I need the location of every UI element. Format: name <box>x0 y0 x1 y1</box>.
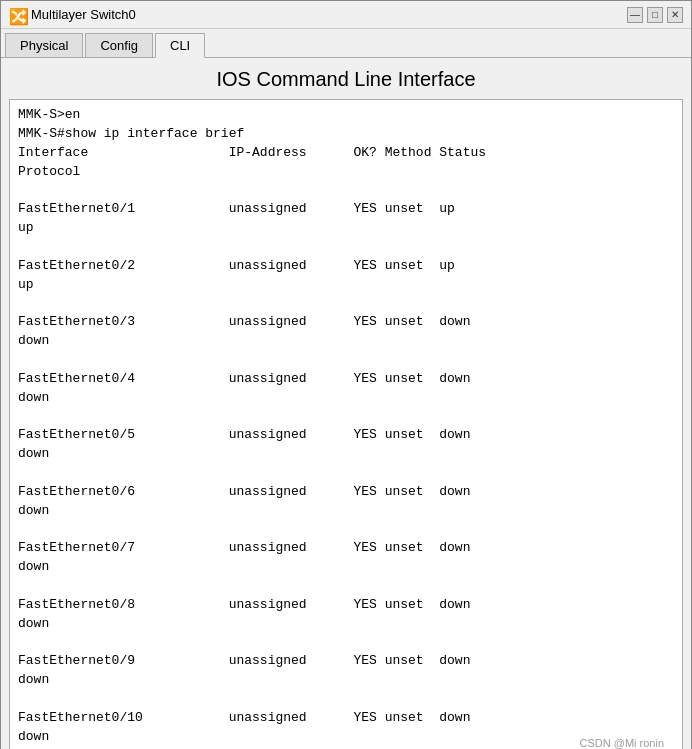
tab-config[interactable]: Config <box>85 33 153 57</box>
window-icon: 🔀 <box>9 7 25 23</box>
page-title: IOS Command Line Interface <box>1 58 691 99</box>
maximize-button[interactable]: □ <box>647 7 663 23</box>
cli-output[interactable]: MMK-S>en MMK-S#show ip interface brief I… <box>10 100 682 749</box>
title-bar-controls: — □ ✕ <box>627 7 683 23</box>
tab-bar: Physical Config CLI <box>1 29 691 58</box>
tab-physical[interactable]: Physical <box>5 33 83 57</box>
minimize-button[interactable]: — <box>627 7 643 23</box>
window-title: Multilayer Switch0 <box>31 7 136 22</box>
watermark: CSDN @Mi ronin <box>579 737 664 749</box>
cli-container: MMK-S>en MMK-S#show ip interface brief I… <box>9 99 683 749</box>
tab-cli[interactable]: CLI <box>155 33 205 58</box>
title-bar: 🔀 Multilayer Switch0 — □ ✕ <box>1 1 691 29</box>
close-button[interactable]: ✕ <box>667 7 683 23</box>
main-window: 🔀 Multilayer Switch0 — □ ✕ Physical Conf… <box>0 0 692 749</box>
title-bar-left: 🔀 Multilayer Switch0 <box>9 7 136 23</box>
